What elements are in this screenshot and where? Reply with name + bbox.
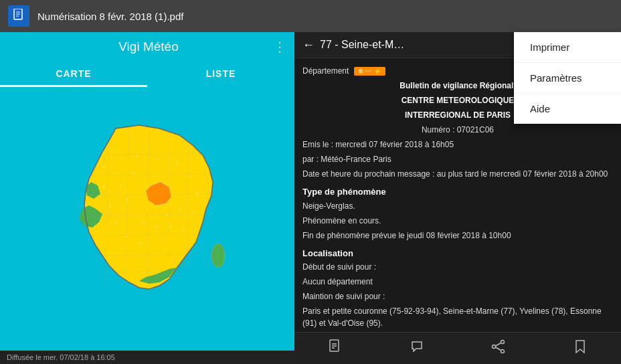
fin-phenomene: Fin de phénomène prévue le jeudi 08 févr… (302, 230, 613, 242)
svg-text:*: * (166, 212, 168, 218)
debut-suivi-value: Aucun département (302, 276, 613, 288)
left-panel: Vigi Météo ⋮ CARTE LISTE (0, 32, 294, 364)
more-options-icon[interactable]: ⋮ (273, 39, 286, 55)
svg-text:*: * (183, 227, 185, 234)
menu-item-settings[interactable]: Paramètres (514, 63, 621, 94)
svg-text:*: * (193, 211, 195, 217)
vigi-meteo-title: Vigi Météo (24, 39, 273, 54)
type-value: Neige-Verglas. (302, 200, 613, 212)
svg-point-45 (501, 340, 505, 343)
svg-text:*: * (146, 207, 148, 213)
svg-text:*: * (109, 204, 111, 210)
bookmark-toolbar-icon[interactable] (573, 339, 588, 358)
svg-text:*: * (119, 157, 121, 163)
tab-liste[interactable]: LISTE (147, 62, 294, 86)
debut-suivi-label: Début de suivi pour : (302, 261, 613, 273)
svg-text:*: * (156, 224, 158, 230)
svg-text:*: * (169, 224, 171, 230)
svg-text:*: * (179, 207, 181, 213)
svg-text:*: * (102, 164, 104, 170)
svg-text:*: * (116, 221, 118, 227)
svg-text:*: * (159, 238, 161, 244)
svg-text:*: * (156, 157, 158, 163)
svg-text:*: * (119, 184, 121, 190)
svg-point-46 (493, 345, 496, 348)
map-area: * * * * * * * * * * * * * * * * * (0, 87, 294, 351)
par: par : Météo-France Paris (302, 153, 613, 165)
localisation-label: Localisation (302, 247, 613, 260)
svg-text:*: * (189, 174, 191, 180)
dropdown-menu: Imprimer Paramètres Aide (514, 32, 621, 124)
menu-item-help[interactable]: Aide (514, 94, 621, 124)
svg-point-47 (501, 349, 505, 353)
svg-text:*: * (102, 184, 104, 190)
date-prochain: Date et heure du prochain message : au p… (302, 168, 613, 180)
svg-text:*: * (196, 191, 198, 197)
france-map: * * * * * * * * * * * * * * * * * (52, 115, 243, 323)
svg-point-40 (211, 244, 225, 268)
top-bar: Numérisation 8 févr. 2018 (1).pdf (0, 0, 621, 32)
type-label: Type de phénomène (302, 185, 613, 199)
svg-text:*: * (132, 171, 135, 177)
svg-text:*: * (126, 197, 128, 203)
document-title: Numérisation 8 févr. 2018 (1).pdf (37, 11, 613, 22)
left-footer: Diffusée le mer. 07/02/18 à 16:05 (0, 351, 294, 364)
svg-text:*: * (126, 234, 128, 240)
svg-line-48 (496, 343, 501, 346)
right-header-title: 77 - Seine-et-M… (320, 39, 540, 51)
share-toolbar-icon[interactable] (491, 339, 506, 358)
app-icon (8, 5, 29, 27)
maintien-suivi-label: Maintion de suivi pour : (302, 290, 613, 302)
svg-line-49 (496, 347, 501, 351)
bottom-toolbar (294, 332, 621, 364)
svg-text:*: * (136, 154, 138, 160)
footer-text: Diffusée le mer. 07/02/18 à 16:05 (7, 353, 115, 361)
numero: Numéro : 07021C06 (302, 124, 613, 136)
tab-carte[interactable]: CARTE (0, 62, 147, 86)
back-button[interactable]: ← (302, 38, 315, 52)
svg-text:*: * (176, 161, 178, 167)
tabs: CARTE LISTE (0, 62, 294, 87)
svg-text:*: * (143, 221, 145, 227)
maintien-suivi-value: Paris et petite couronne (75-92-93-94), … (302, 305, 613, 329)
phenomene: Phénomène en cours. (302, 215, 613, 227)
menu-item-print[interactable]: Imprimer (514, 32, 621, 63)
file-toolbar-icon[interactable] (328, 339, 343, 358)
emis: Emis le : mercredi 07 février 2018 à 16h… (302, 139, 613, 151)
left-header: Vigi Météo ⋮ (0, 32, 294, 62)
svg-text:*: * (139, 241, 141, 247)
chat-toolbar-icon[interactable] (410, 339, 424, 358)
